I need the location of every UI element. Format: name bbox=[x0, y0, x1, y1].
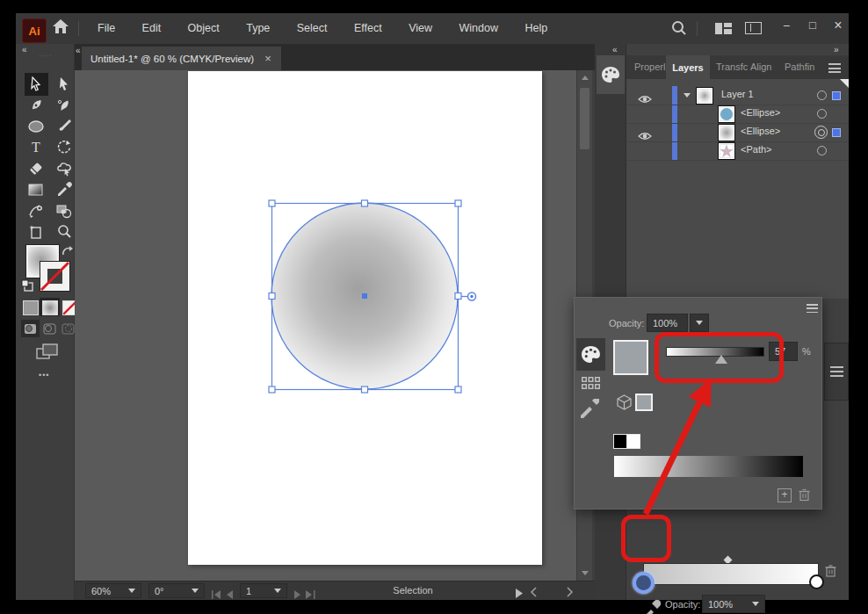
curvature-tool[interactable] bbox=[53, 95, 76, 116]
gradient-eyedropper-icon[interactable] bbox=[640, 600, 661, 614]
panel-flyout-menu-icon[interactable] bbox=[807, 304, 818, 313]
pen-tool[interactable] bbox=[25, 95, 47, 116]
artwork-selection-overlay[interactable] bbox=[75, 70, 576, 581]
tab-align[interactable]: Align bbox=[750, 61, 771, 72]
cube-color-swatch[interactable] bbox=[635, 394, 653, 411]
workspace-switcher-icon[interactable] bbox=[745, 22, 762, 34]
menu-edit[interactable]: Edit bbox=[131, 13, 173, 44]
layer-name[interactable]: Layer 1 bbox=[721, 89, 754, 99]
canvas-area[interactable] bbox=[75, 70, 576, 581]
gradient-button[interactable] bbox=[42, 300, 58, 315]
arrange-documents-icon[interactable] bbox=[715, 23, 732, 34]
menu-type[interactable]: Type bbox=[235, 13, 281, 44]
layer-name[interactable]: <Path> bbox=[741, 144, 771, 155]
rotate-tool[interactable] bbox=[53, 137, 76, 158]
gradient-opacity-select[interactable]: 100% bbox=[702, 595, 765, 613]
ellipse-tool[interactable] bbox=[25, 116, 47, 137]
scroll-down-icon[interactable] bbox=[582, 571, 589, 575]
color-opacity-select[interactable]: 100% bbox=[647, 314, 688, 332]
panel-menu-icon[interactable] bbox=[828, 63, 841, 73]
expand-chevron-icon[interactable] bbox=[684, 93, 691, 98]
layer-thumbnail[interactable] bbox=[718, 105, 735, 123]
menu-window[interactable]: Window bbox=[447, 13, 509, 44]
scrollbar-thumb[interactable] bbox=[580, 88, 590, 149]
blend-tool[interactable] bbox=[25, 200, 47, 221]
white-swatch[interactable] bbox=[626, 434, 640, 449]
tools-grip[interactable]: ···· bbox=[39, 54, 54, 57]
home-icon[interactable] bbox=[51, 17, 70, 40]
color-opacity-chevron[interactable] bbox=[690, 314, 709, 332]
black-swatch[interactable] bbox=[613, 434, 627, 449]
delete-stop-trash-icon[interactable] bbox=[825, 564, 836, 581]
hamburger-menu-icon[interactable] bbox=[830, 366, 843, 377]
type-tool[interactable]: T bbox=[25, 137, 47, 158]
color-tab-button[interactable] bbox=[581, 345, 601, 367]
search-icon[interactable] bbox=[670, 19, 688, 40]
strip-collapse-icon[interactable]: « bbox=[612, 45, 618, 54]
layer-row-ellipse1[interactable]: <Ellipse> bbox=[626, 105, 849, 124]
menu-file[interactable]: File bbox=[86, 13, 127, 44]
gradient-ramp[interactable] bbox=[643, 563, 819, 585]
shaper-tool[interactable] bbox=[53, 158, 76, 179]
menu-help[interactable]: Help bbox=[513, 13, 559, 44]
paintbrush-tool[interactable] bbox=[53, 116, 76, 137]
collapsed-side-tab[interactable] bbox=[824, 343, 849, 401]
swap-fill-stroke-icon[interactable] bbox=[61, 246, 74, 262]
layer-selected-indicator[interactable] bbox=[832, 128, 841, 137]
layer-target-double-icon[interactable] bbox=[814, 126, 828, 139]
screen-mode-icon[interactable] bbox=[36, 343, 59, 364]
layer-thumbnail[interactable] bbox=[696, 87, 713, 105]
minimize-button[interactable]: − bbox=[773, 13, 799, 40]
tab-properties[interactable]: Properl bbox=[634, 61, 665, 72]
color-button[interactable] bbox=[23, 300, 39, 315]
previous-artboard-icon[interactable] bbox=[226, 587, 233, 603]
draw-inside-button[interactable] bbox=[61, 322, 76, 338]
panel-trash-icon[interactable] bbox=[799, 488, 810, 505]
add-swatch-button[interactable]: + bbox=[778, 488, 792, 502]
visibility-toggle-empty[interactable] bbox=[635, 106, 655, 121]
gradient-stop-gray-selected[interactable] bbox=[633, 572, 655, 594]
close-window-button[interactable]: × bbox=[826, 13, 850, 40]
layer-target-icon[interactable] bbox=[817, 109, 827, 119]
stroke-color-proxy[interactable] bbox=[40, 262, 69, 291]
layer-target-icon[interactable] bbox=[817, 146, 827, 155]
layer-row-path[interactable]: <Path> bbox=[626, 141, 849, 161]
shape-builder-tool[interactable] bbox=[53, 200, 76, 221]
dock-collapse-icon[interactable]: » bbox=[834, 45, 839, 54]
eraser-tool[interactable] bbox=[25, 158, 47, 179]
menu-effect[interactable]: Effect bbox=[343, 13, 394, 44]
layer-thumbnail[interactable] bbox=[718, 124, 735, 141]
artboard-tool[interactable] bbox=[25, 221, 47, 242]
next-artboard-icon[interactable] bbox=[294, 587, 301, 603]
layer-row-layer1[interactable]: Layer 1 bbox=[626, 86, 849, 105]
color-panel-strip-button[interactable] bbox=[597, 55, 625, 94]
layer-selected-indicator[interactable] bbox=[832, 91, 841, 100]
maximize-button[interactable]: □ bbox=[799, 13, 826, 40]
layer-name[interactable]: <Ellipse> bbox=[741, 107, 780, 118]
illustrator-app-icon[interactable]: Ai bbox=[22, 18, 47, 43]
last-artboard-icon[interactable] bbox=[306, 587, 315, 603]
first-artboard-icon[interactable] bbox=[212, 587, 221, 603]
eyedropper-tool[interactable] bbox=[53, 179, 76, 200]
grayscale-spectrum-ramp[interactable] bbox=[614, 456, 803, 477]
status-play-icon[interactable] bbox=[516, 586, 523, 602]
gradient-stop-white[interactable] bbox=[809, 574, 824, 589]
draw-behind-button[interactable] bbox=[43, 322, 57, 338]
zoom-tool[interactable] bbox=[53, 221, 76, 242]
document-tab[interactable]: Untitled-1* @ 60 % (CMYK/Preview) × bbox=[82, 47, 281, 70]
layer-thumbnail[interactable] bbox=[718, 142, 735, 160]
layer-name[interactable]: <Ellipse> bbox=[741, 126, 780, 136]
rotation-select[interactable]: 0° bbox=[148, 583, 205, 598]
scroll-up-icon[interactable] bbox=[582, 76, 589, 80]
visibility-toggle-empty[interactable] bbox=[635, 143, 655, 158]
tab-pathfinder[interactable]: Pathfin bbox=[785, 61, 814, 72]
current-color-swatch[interactable] bbox=[613, 340, 648, 375]
direct-selection-tool[interactable] bbox=[53, 74, 76, 95]
zoom-level-select[interactable]: 60% bbox=[85, 583, 141, 598]
collapse-tools-icon[interactable]: « bbox=[22, 45, 27, 54]
draw-normal-button[interactable] bbox=[24, 322, 38, 338]
tab-layers[interactable]: Layers bbox=[666, 55, 710, 79]
menu-object[interactable]: Object bbox=[177, 13, 231, 44]
status-next-icon[interactable] bbox=[567, 585, 574, 601]
status-prev-icon[interactable] bbox=[530, 585, 537, 601]
